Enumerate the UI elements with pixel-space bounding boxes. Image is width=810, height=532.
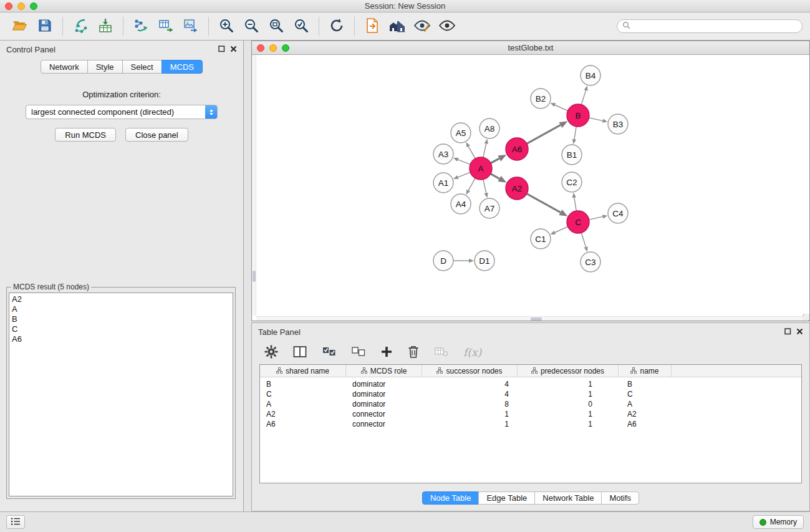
graph-edge-C-C2[interactable]	[574, 198, 576, 211]
column-header-shared-name[interactable]: shared name	[260, 365, 346, 377]
table-cell[interactable]: 1	[518, 420, 619, 428]
graph-edge-B-B1[interactable]	[574, 127, 576, 140]
graph-edge-A2-C[interactable]	[527, 194, 561, 213]
table-cell[interactable]: 0	[518, 400, 619, 409]
graph-node-A2[interactable]: A2	[506, 177, 528, 200]
toolbar-button-refresh[interactable]	[324, 14, 349, 39]
graph-node-A3[interactable]: A3	[433, 144, 453, 164]
table-cell[interactable]: dominator	[346, 380, 422, 389]
graph-node-B3[interactable]: B3	[608, 114, 628, 134]
graph-node-A[interactable]: A	[470, 157, 492, 180]
close-panel-button[interactable]: Close panel	[125, 128, 188, 142]
toolbar-button-zoom-selected[interactable]	[289, 14, 314, 39]
tab-motifs[interactable]: Motifs	[601, 491, 639, 505]
graph-node-C4[interactable]: C4	[608, 203, 628, 223]
network-vertical-scrollbar[interactable]	[252, 55, 256, 316]
graph-edge-A-A3[interactable]	[458, 160, 470, 165]
table-cell[interactable]: A6	[619, 420, 672, 428]
close-window-button[interactable]	[5, 2, 12, 10]
table-row[interactable]: A2connector11A2	[260, 409, 801, 419]
table-cell[interactable]: A2	[619, 410, 672, 418]
table-row[interactable]: Cdominator41C	[260, 389, 801, 399]
run-mcds-button[interactable]: Run MCDS	[55, 128, 116, 142]
mcds-result-item[interactable]: A	[12, 304, 230, 314]
graph-edge-B-B4[interactable]	[581, 90, 586, 105]
graph-edge-A6-B[interactable]	[527, 125, 561, 143]
table-cell[interactable]: A	[619, 400, 672, 409]
table-cell[interactable]: dominator	[346, 400, 422, 409]
table-cell[interactable]: connector	[346, 420, 422, 428]
table-cell[interactable]: A2	[260, 410, 346, 418]
graph-node-A7[interactable]: A7	[480, 198, 499, 218]
tab-node-table[interactable]: Node Table	[422, 491, 480, 505]
mcds-result-item[interactable]: C	[12, 324, 230, 334]
minimize-window-button[interactable]	[17, 2, 25, 10]
graph-node-C1[interactable]: C1	[531, 229, 551, 249]
graph-node-B4[interactable]: B4	[581, 65, 600, 85]
tab-network-table[interactable]: Network Table	[534, 491, 602, 505]
graph-edge-A-A6[interactable]	[491, 158, 499, 163]
float-table-panel-button[interactable]	[784, 327, 791, 337]
graph-node-A4[interactable]: A4	[451, 194, 471, 214]
toolbar-button-import-document[interactable]	[360, 14, 385, 39]
toolbar-button-eye[interactable]	[435, 14, 460, 39]
vertical-scroll-thumb[interactable]	[253, 271, 256, 282]
table-cell[interactable]: 4	[422, 390, 518, 399]
toolbar-button-home[interactable]	[385, 14, 410, 39]
toolbar-button-delete-table[interactable]	[434, 343, 449, 362]
toolbar-button-show-details[interactable]	[410, 14, 435, 39]
toolbar-button-add-row[interactable]	[380, 343, 393, 362]
tab-mcds[interactable]: MCDS	[162, 60, 203, 74]
table-cell[interactable]: B	[619, 380, 672, 389]
graph-edge-C-C1[interactable]	[555, 226, 568, 232]
table-cell[interactable]: 1	[422, 410, 518, 418]
graph-edge-A-A4[interactable]	[468, 178, 475, 191]
toolbar-button-export-network[interactable]	[128, 14, 153, 39]
float-control-panel-button[interactable]	[218, 45, 225, 54]
graph-edge-B-B2[interactable]	[555, 105, 568, 110]
table-cell[interactable]: 1	[518, 410, 619, 418]
tab-network[interactable]: Network	[41, 60, 88, 74]
table-cell[interactable]: 1	[518, 390, 619, 399]
search-box[interactable]	[617, 19, 803, 33]
graph-edge-B-B3[interactable]	[589, 118, 603, 121]
tab-select[interactable]: Select	[122, 60, 162, 74]
table-cell[interactable]: A6	[260, 420, 346, 428]
toolbar-button-open-folder[interactable]	[7, 14, 32, 39]
toolbar-button-export-image[interactable]	[178, 14, 203, 39]
graph-node-A1[interactable]: A1	[433, 173, 453, 193]
graph-node-C2[interactable]: C2	[562, 172, 582, 192]
horizontal-scroll-thumb[interactable]	[531, 317, 542, 321]
graph-node-A6[interactable]: A6	[506, 138, 528, 160]
memory-button[interactable]: Memory	[753, 515, 804, 529]
toolbar-button-show-columns[interactable]	[292, 343, 307, 362]
graph-node-C[interactable]: C	[567, 211, 589, 233]
toolbar-button-zoom-out[interactable]	[239, 14, 264, 39]
table-row[interactable]: Adominator80A	[260, 399, 801, 409]
graph-edge-A-A7[interactable]	[483, 180, 486, 193]
column-header-successor-nodes[interactable]: successor nodes	[422, 365, 518, 377]
table-cell[interactable]: C	[619, 390, 672, 399]
table-row[interactable]: A6connector11A6	[260, 419, 801, 429]
table-row[interactable]: Bdominator41B	[260, 379, 801, 389]
close-control-panel-button[interactable]	[230, 45, 237, 54]
tab-edge-table[interactable]: Edge Table	[478, 491, 535, 505]
graph-node-C3[interactable]: C3	[581, 252, 600, 272]
column-header-predecessor-nodes[interactable]: predecessor nodes	[518, 365, 619, 377]
task-history-button[interactable]	[6, 515, 25, 529]
mcds-result-item[interactable]: B	[12, 314, 230, 324]
toolbar-button-zoom-fit[interactable]	[264, 14, 289, 39]
graph-node-B[interactable]: B	[567, 104, 589, 127]
network-canvas[interactable]: B4B2BB3A5A8A6B1A3AC2A1A2A4A7C4CC1C3DD1	[252, 55, 809, 321]
mcds-result-item[interactable]: A2	[12, 294, 230, 304]
toolbar-button-zoom-in[interactable]	[214, 14, 239, 39]
table-cell[interactable]: B	[260, 380, 346, 389]
close-network-window-button[interactable]	[257, 44, 264, 52]
graph-edge-A-A5[interactable]	[468, 147, 475, 159]
table-cell[interactable]: 8	[422, 400, 518, 409]
column-header-mcds-role[interactable]: MCDS role	[346, 365, 422, 377]
graph-edge-A-A8[interactable]	[483, 143, 486, 157]
graph-edge-C-C3[interactable]	[581, 233, 586, 247]
graph-node-B2[interactable]: B2	[531, 89, 551, 109]
tab-style[interactable]: Style	[87, 60, 123, 74]
